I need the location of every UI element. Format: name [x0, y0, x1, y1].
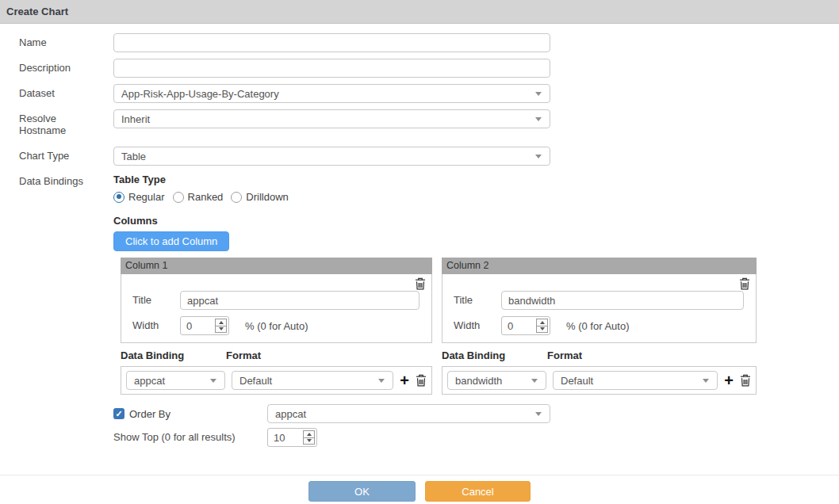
column-2-binding-value: bandwidth: [455, 375, 502, 387]
stepper-up-icon[interactable]: [304, 431, 314, 437]
order-by-select-value: appcat: [275, 408, 306, 420]
order-by-row: ✓ Order By appcat: [113, 404, 757, 423]
chart-type-row: Chart Type Table: [0, 147, 839, 166]
resolve-hostname-row: Resolve Hostname Inherit: [0, 109, 839, 136]
column-panel-2: Column 2 Title: [442, 258, 757, 395]
column-1-binding-headings: Data Binding Format: [121, 343, 432, 366]
show-top-value: 10: [268, 429, 303, 446]
column-1-width-value: 0: [181, 317, 215, 334]
description-label: Description: [0, 59, 113, 78]
column-2-binding-select[interactable]: bandwidth: [447, 371, 546, 390]
column-2-binding-headings: Data Binding Format: [442, 343, 757, 366]
radio-drilldown[interactable]: [231, 192, 242, 203]
data-bindings-row: Data Bindings Table Type Regular Ranked …: [0, 172, 839, 447]
order-by-checkbox[interactable]: ✓: [113, 408, 125, 419]
stepper-up-icon[interactable]: [216, 319, 226, 326]
dataset-select-value: App-Risk-App-Usage-By-Category: [121, 88, 279, 100]
show-top-stepper[interactable]: 10: [267, 428, 317, 447]
description-input[interactable]: [113, 59, 550, 78]
column-2-format-select[interactable]: Default: [553, 371, 718, 390]
resolve-hostname-select-value: Inherit: [121, 113, 150, 125]
ok-button[interactable]: OK: [308, 481, 416, 502]
column-1-title-input[interactable]: [180, 291, 420, 310]
column-2-width-value: 0: [502, 317, 536, 334]
check-icon: ✓: [115, 410, 122, 418]
column-1-width-hint: % (0 for Auto): [229, 316, 308, 335]
column-2-body: Title Width 0 % (0 for Auto): [442, 274, 757, 343]
data-binding-heading: Data Binding: [121, 349, 226, 361]
resolve-hostname-label: Resolve Hostname: [0, 109, 113, 136]
order-by-label: Order By: [129, 408, 170, 420]
radio-ranked-label: Ranked: [188, 191, 224, 203]
column-2-width-stepper[interactable]: 0: [501, 316, 550, 335]
column-1-binding-select[interactable]: appcat: [126, 371, 225, 390]
column-panel-1: Column 1 Title: [121, 258, 432, 395]
table-type-heading: Table Type: [113, 174, 757, 185]
column-2-width-hint: % (0 for Auto): [550, 316, 629, 335]
column-2-binding-row: bandwidth Default +: [442, 366, 757, 395]
column-1-format-select[interactable]: Default: [232, 371, 393, 390]
dataset-row: Dataset App-Risk-App-Usage-By-Category: [0, 84, 839, 103]
chevron-down-icon: [210, 379, 216, 383]
chart-type-select[interactable]: Table: [113, 147, 550, 166]
order-by-select[interactable]: appcat: [267, 404, 550, 423]
cancel-button[interactable]: Cancel: [425, 481, 531, 502]
show-top-label: Show Top (0 for all results): [113, 428, 267, 447]
table-type-options: Regular Ranked Drilldown: [113, 191, 757, 203]
delete-column-icon[interactable]: [415, 277, 426, 290]
chevron-down-icon: [535, 117, 542, 121]
column-2-format-value: Default: [561, 375, 593, 387]
stepper-down-icon[interactable]: [304, 437, 314, 445]
create-chart-form: Name Description Dataset App-Risk-App-Us…: [0, 24, 839, 447]
chevron-down-icon: [535, 412, 542, 416]
columns-heading: Columns: [113, 215, 757, 227]
column-1-width-label: Width: [132, 316, 180, 335]
dialog-title: Create Chart: [6, 6, 68, 17]
data-bindings-label: Data Bindings: [0, 172, 113, 447]
column-1-binding-row: appcat Default +: [121, 366, 432, 395]
column-1-title-label: Title: [132, 291, 180, 310]
dataset-select[interactable]: App-Risk-App-Usage-By-Category: [113, 84, 550, 103]
resolve-hostname-select[interactable]: Inherit: [113, 109, 550, 128]
stepper-up-icon[interactable]: [537, 319, 547, 326]
column-1-width-stepper[interactable]: 0: [180, 316, 229, 335]
column-1-body: Title Width 0 % (0 for Auto): [121, 274, 432, 343]
create-chart-dialog: Create Chart Name Description Dataset Ap…: [0, 0, 839, 504]
name-label: Name: [0, 33, 113, 52]
radio-regular[interactable]: [113, 192, 125, 203]
column-panels: Column 1 Title: [121, 258, 757, 395]
chart-type-select-value: Table: [121, 151, 146, 162]
format-heading: Format: [226, 349, 261, 361]
stepper-down-icon[interactable]: [537, 326, 547, 333]
column-2-header: Column 2: [442, 258, 757, 274]
chevron-down-icon: [535, 155, 542, 158]
chevron-down-icon: [535, 92, 542, 96]
description-row: Description: [0, 59, 839, 78]
stepper-down-icon[interactable]: [216, 326, 226, 333]
name-input[interactable]: [113, 33, 550, 52]
column-2-title-label: Title: [454, 291, 501, 310]
dialog-titlebar: Create Chart: [0, 0, 839, 24]
column-1-binding-value: appcat: [134, 375, 165, 387]
chevron-down-icon: [531, 379, 538, 383]
column-1-format-value: Default: [239, 375, 272, 387]
chevron-down-icon: [703, 379, 709, 383]
show-top-row: Show Top (0 for all results) 10: [113, 428, 757, 447]
column-2-width-label: Width: [454, 316, 501, 335]
format-heading: Format: [547, 349, 582, 361]
add-column-button[interactable]: Click to add Column: [113, 231, 229, 251]
radio-drilldown-label: Drilldown: [246, 191, 288, 203]
add-binding-icon[interactable]: +: [724, 374, 734, 387]
radio-ranked[interactable]: [173, 192, 184, 203]
add-binding-icon[interactable]: +: [400, 374, 409, 387]
delete-column-icon[interactable]: [739, 277, 750, 290]
radio-regular-label: Regular: [128, 191, 165, 203]
delete-binding-icon[interactable]: [416, 374, 427, 387]
name-row: Name: [0, 33, 839, 52]
column-2-title-input[interactable]: [501, 291, 744, 310]
chevron-down-icon: [378, 379, 385, 383]
delete-binding-icon[interactable]: [740, 374, 751, 387]
column-1-header: Column 1: [121, 258, 432, 274]
dataset-label: Dataset: [0, 84, 113, 103]
data-binding-heading: Data Binding: [442, 349, 547, 361]
